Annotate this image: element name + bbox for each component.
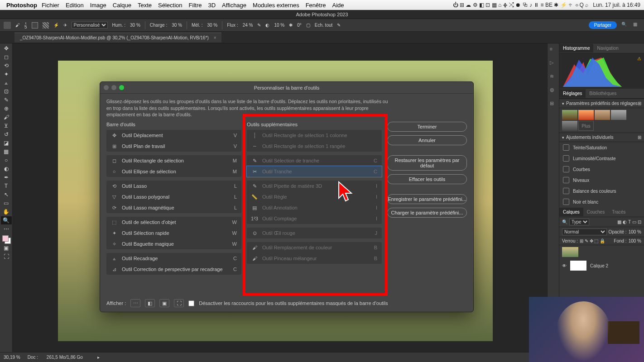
presets-header[interactable]: ▾Paramètres prédéfinis des réglages⊞ (559, 99, 644, 108)
adj-courbes[interactable]: Courbes (559, 164, 644, 175)
filter-type-icon[interactable]: T (628, 219, 631, 224)
preset-select[interactable]: Personnalisé (72, 22, 108, 29)
extra-item-selected[interactable]: ✂Outil TrancheC (247, 166, 382, 177)
extra-item[interactable]: 📏Outil RègleI (247, 191, 382, 202)
layer-fill[interactable]: 100 % (629, 238, 641, 243)
blend-mode-select[interactable]: Normal (562, 229, 607, 235)
restore-defaults-button[interactable]: Restaurer les paramètres par défaut (387, 155, 467, 171)
preset-4[interactable] (611, 110, 626, 120)
preset-2[interactable] (578, 110, 594, 120)
edit-toolbar-icon[interactable]: ⋯ (1, 225, 12, 233)
layer-filter-select[interactable]: Type (569, 219, 589, 225)
frame-tool-icon[interactable]: ⊡ (1, 87, 12, 95)
mel-value[interactable]: 30 % (207, 23, 217, 28)
disable-shortcuts-checkbox[interactable] (188, 300, 194, 306)
ech-icon[interactable]: ▢ (306, 23, 310, 28)
hum-value[interactable]: 30 % (130, 23, 140, 28)
screenmode-icon[interactable]: ⛶ (1, 252, 12, 261)
menu-filtre[interactable]: Filtre (189, 2, 202, 9)
opacity-value[interactable]: 10 % (274, 23, 284, 28)
cancel-button[interactable]: Annuler (387, 135, 467, 145)
show-screenmode-icon[interactable]: ⛶ (174, 299, 184, 307)
blur-tool-icon[interactable]: ○ (1, 156, 12, 164)
adj-luminosite[interactable]: Luminosité/Contraste (559, 153, 644, 164)
done-button[interactable]: Terminer (387, 122, 467, 132)
toolbar-item[interactable]: ⟁Outil RecadrageC (106, 253, 241, 264)
toolbar-item[interactable]: ⟲Outil LassoL (106, 181, 241, 191)
heal-tool-icon[interactable]: ⊕ (1, 105, 12, 113)
menu-image[interactable]: Image (90, 2, 106, 9)
adjustments-header[interactable]: ▾Ajustements individuels⊞ (559, 133, 644, 142)
preset-1[interactable] (562, 110, 577, 120)
preset-5[interactable] (562, 121, 577, 131)
close-window-icon[interactable] (104, 85, 109, 90)
texture-icon[interactable] (43, 22, 49, 29)
layer-opacity[interactable]: 100 % (629, 229, 641, 234)
extra-item[interactable]: 🖌Outil Remplacement de couleurB (247, 242, 382, 253)
dock-icon-4[interactable]: ◍ (550, 87, 557, 94)
extra-item[interactable]: ⊙Outil Œil rougeJ (247, 228, 382, 238)
document-tab[interactable]: _OZ94708-SharpenAI-Motion-Modifier.psb @… (14, 33, 221, 43)
tab-calques[interactable]: Calques (559, 208, 583, 216)
tab-navigation[interactable]: Navigation (593, 44, 622, 52)
flux-value[interactable]: 24 % (243, 23, 253, 28)
tablet-icon[interactable]: ✎ (337, 23, 341, 28)
move-tool-icon[interactable]: ✥ (1, 44, 12, 52)
toolbar-item[interactable]: ✦Outil Sélection rapideW (106, 228, 241, 238)
preset-3[interactable] (595, 110, 610, 120)
zoom-level[interactable]: 30,19 % (4, 355, 20, 360)
share-button[interactable]: Partager (589, 21, 617, 29)
menu-fichier[interactable]: Fichier (42, 2, 59, 9)
hand-tool-icon[interactable]: ✋ (1, 208, 12, 216)
show-extras-icon[interactable]: ⋯ (130, 299, 140, 307)
quickmask-icon[interactable]: ▣ (1, 244, 12, 252)
search-icon[interactable]: 🔍 (621, 22, 629, 29)
adjustments-grid-icon[interactable]: ⊞ (638, 135, 641, 140)
extra-item[interactable]: 1²3Outil ComptageI (247, 213, 382, 224)
adj-balance[interactable]: Balance des couleurs (559, 186, 644, 196)
tab-histogramme[interactable]: Histogramme (559, 44, 593, 52)
marquee-tool-icon[interactable]: ◻ (1, 53, 12, 61)
dock-icon-3[interactable]: ≋ (550, 73, 557, 81)
menu-modules[interactable]: Modules externes (253, 2, 299, 9)
extra-item[interactable]: ┄Outil Rectangle de sélection 1 rangée (247, 141, 382, 152)
gradient-tool-icon[interactable]: ▦ (1, 148, 12, 156)
shape-tool-icon[interactable]: ▭ (1, 199, 12, 207)
tab-couches[interactable]: Couches (583, 208, 608, 216)
minimize-window-icon[interactable] (111, 85, 116, 90)
preset-more[interactable]: Plus (578, 121, 594, 131)
layer-thumb-row[interactable] (559, 245, 644, 259)
menu-affichage[interactable]: Affichage (222, 2, 246, 9)
adj-niveaux[interactable]: Niveaux (559, 175, 644, 186)
extra-item[interactable]: ┊Outil Rectangle de sélection 1 colonne (247, 130, 382, 141)
swatch-icon[interactable] (32, 22, 38, 29)
extra-item[interactable]: ✎Outil Pipette de matière 3DI (247, 181, 382, 191)
gear-icon[interactable]: ✱ (289, 23, 293, 28)
extra-item[interactable]: 🖌Outil Pinceau mélangeurB (247, 253, 382, 264)
toolbar-item[interactable]: ○Outil Ellipse de sélectionM (106, 166, 241, 177)
filter-pixel-icon[interactable]: ▦ (617, 219, 621, 224)
filter-shape-icon[interactable]: ▭ (632, 219, 636, 224)
toolbar-item[interactable]: ✧Outil Baguette magiqueW (106, 238, 241, 249)
menu-selection[interactable]: Sélection (158, 2, 182, 9)
airbrush-icon[interactable]: ✈ (63, 23, 67, 28)
status-arrow-icon[interactable]: ▸ (97, 355, 100, 360)
filter-adjust-icon[interactable]: ◐ (623, 219, 627, 224)
menu-3d[interactable]: 3D (208, 2, 216, 9)
eyedropper-tool-icon[interactable]: ✎ (1, 96, 12, 104)
toolbar-item[interactable]: ◻Outil Rectangle de sélectionM (106, 155, 241, 166)
menu-aide[interactable]: Aide (332, 2, 344, 9)
type-tool-icon[interactable]: T (1, 182, 12, 190)
toolbar-item[interactable]: ✥Outil DéplacementV (106, 130, 241, 141)
dodge-tool-icon[interactable]: ◐ (1, 165, 12, 173)
show-swatch-icon[interactable]: ◧ (145, 299, 155, 307)
visibility-icon[interactable]: 👁 (562, 263, 567, 268)
pressure-icon[interactable]: ✎ (257, 23, 261, 28)
clear-tools-button[interactable]: Effacer les outils (387, 174, 467, 184)
history-brush-tool-icon[interactable]: ↺ (1, 130, 12, 138)
brush-icon[interactable]: 🖌 (15, 23, 20, 28)
tab-bibliotheques[interactable]: Bibliothèques (586, 89, 620, 98)
menu-fenetre[interactable]: Fenêtre (306, 2, 326, 9)
menu-texte[interactable]: Texte (138, 2, 152, 9)
lock-icons[interactable]: ⊞ ✎ ✥ ⬚ 🔒 (580, 238, 605, 243)
